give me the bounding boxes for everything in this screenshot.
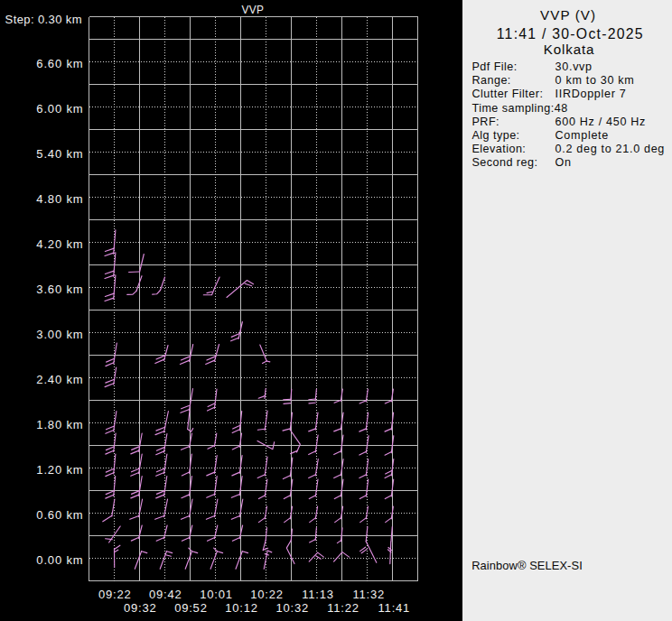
svg-text:VVP (V): VVP (V) [540,7,596,23]
svg-text:PRF:: PRF: [472,116,500,128]
svg-text:6.00 km: 6.00 km [36,102,83,116]
svg-text:0.2 deg to 21.0 deg: 0.2 deg to 21.0 deg [555,143,665,155]
svg-text:10:12: 10:12 [225,601,258,615]
svg-text:1.20 km: 1.20 km [36,463,83,477]
svg-text:4.80 km: 4.80 km [36,192,83,206]
svg-text:11:13: 11:13 [302,588,334,601]
svg-text:Rainbow® SELEX-SI: Rainbow® SELEX-SI [471,559,583,572]
svg-text:Alg type:: Alg type: [472,129,520,142]
svg-text:6.60 km: 6.60 km [36,57,83,70]
svg-text:11:41: 11:41 [378,601,411,615]
svg-text:0.60 km: 0.60 km [36,508,83,522]
svg-text:Kolkata: Kolkata [544,42,595,57]
svg-text:0 km to 30 km: 0 km to 30 km [555,74,635,87]
svg-text:Second reg:: Second reg: [472,156,538,169]
svg-text:0.00 km: 0.00 km [36,553,83,567]
svg-text:Time sampling:48: Time sampling:48 [472,102,568,115]
svg-text:11:32: 11:32 [352,588,385,601]
svg-text:10:32: 10:32 [276,601,310,615]
svg-text:10:01: 10:01 [200,588,233,601]
svg-text:11:41 / 30-Oct-2025: 11:41 / 30-Oct-2025 [497,26,644,42]
svg-text:09:22: 09:22 [98,588,132,601]
svg-text:1.80 km: 1.80 km [36,418,83,431]
svg-text:IIRDoppler 7: IIRDoppler 7 [555,88,627,100]
svg-text:10:22: 10:22 [250,588,284,601]
svg-text:3.60 km: 3.60 km [36,283,83,296]
svg-text:09:32: 09:32 [124,601,157,615]
svg-text:Elevation:: Elevation: [472,143,527,155]
svg-text:VVP: VVP [241,4,264,16]
svg-text:5.40 km: 5.40 km [36,147,83,161]
svg-text:09:42: 09:42 [149,588,182,601]
svg-text:Range:: Range: [472,74,511,87]
svg-text:Complete: Complete [555,129,609,142]
svg-text:30.vvp: 30.vvp [555,60,593,73]
svg-text:On: On [555,156,572,169]
svg-text:Pdf File:: Pdf File: [472,60,518,73]
svg-text:4.20 km: 4.20 km [36,237,83,251]
svg-text:11:22: 11:22 [327,601,359,615]
svg-text:Clutter Filter:: Clutter Filter: [472,88,544,100]
svg-text:3.00 km: 3.00 km [36,328,83,341]
svg-text:Step: 0.30 km: Step: 0.30 km [5,13,82,26]
svg-text:2.40 km: 2.40 km [36,373,83,386]
svg-text:600 Hz / 450 Hz: 600 Hz / 450 Hz [555,116,647,128]
svg-text:09:52: 09:52 [174,601,208,615]
